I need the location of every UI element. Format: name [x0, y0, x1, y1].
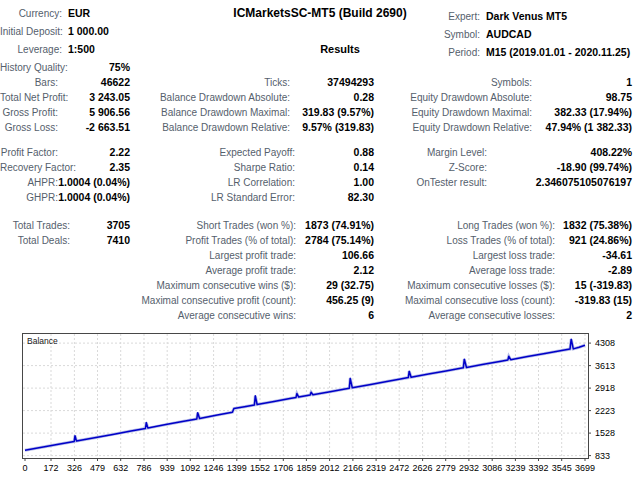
test-info-row: Expert:Dark Venus MT5	[370, 7, 630, 25]
account-info-row: Currency:EUR	[0, 4, 109, 22]
leverage-label: Leverage:	[0, 41, 62, 59]
balance-chart-svg: 8331528222329183613430801723264796327869…	[0, 330, 640, 480]
stat-value: 37494293	[290, 75, 374, 90]
stats-band-ratios: Profit Factor:2.22Expected Payoff:0.88Ma…	[0, 145, 632, 205]
stat-value: 46622	[58, 75, 130, 90]
stat-label	[0, 263, 70, 278]
stats-band-general: History Quality:75%Bars:46622Ticks:37494…	[0, 60, 632, 135]
y-tick-label: 1528	[595, 428, 615, 438]
stat-label: Total Deals:	[0, 233, 70, 248]
stat-label: Z-Score:	[374, 160, 487, 175]
stat-value: 47.94% (1 382.33)	[532, 120, 632, 135]
stat-label: Maximum consecutive wins ($):	[130, 278, 296, 293]
stat-label: Bars:	[0, 75, 58, 90]
y-tick-label: 833	[595, 451, 610, 461]
x-tick-label: 2166	[343, 463, 363, 473]
stat-value	[70, 263, 130, 278]
stat-label	[0, 293, 70, 308]
x-tick-label: 1552	[250, 463, 270, 473]
leverage-value: 1:500	[68, 40, 95, 58]
y-tick-label: 4308	[595, 338, 615, 348]
account-info-row: Leverage:1:500	[0, 40, 109, 58]
stat-label	[374, 60, 532, 75]
expert-label: Expert:	[370, 8, 480, 26]
stat-value: 3 243.05	[58, 90, 130, 105]
stat-value: 106.66	[296, 248, 374, 263]
stat-value	[290, 60, 374, 75]
stat-value: 456.25 (9)	[296, 293, 374, 308]
stat-value: 2	[555, 308, 632, 323]
stat-value: 9.57% (319.83)	[290, 120, 374, 135]
x-tick-label: 1399	[227, 463, 247, 473]
x-tick-label: 3545	[552, 463, 572, 473]
stat-label: Margin Level:	[374, 145, 487, 160]
stat-label: Total Trades:	[0, 218, 70, 233]
initial-deposit-value: 1 000.00	[68, 22, 109, 40]
y-tick-label: 2223	[595, 406, 615, 416]
stat-value: 1873 (74.91%)	[296, 218, 374, 233]
stat-label: Largest loss trade:	[374, 248, 555, 263]
stat-label: History Quality:	[0, 60, 58, 75]
x-tick-label: 2626	[413, 463, 433, 473]
initial-deposit-label: Initial Deposit:	[0, 23, 62, 41]
stat-value: 921 (24.86%)	[555, 233, 632, 248]
stat-label: Loss Trades (% of total):	[374, 233, 555, 248]
stat-label: AHPR:	[0, 175, 58, 190]
balance-chart: 8331528222329183613430801723264796327869…	[0, 330, 640, 480]
stat-label: Recovery Factor:	[0, 160, 58, 175]
x-tick-label: 1246	[204, 463, 224, 473]
stat-value: -18.90 (99.74%)	[487, 160, 632, 175]
x-tick-label: 939	[160, 463, 175, 473]
x-tick-label: 786	[136, 463, 151, 473]
stat-value: -34.61	[555, 248, 632, 263]
stat-label: Largest profit trade:	[130, 248, 296, 263]
stat-value: 1832 (75.38%)	[555, 218, 632, 233]
stat-value: 2784 (75.14%)	[296, 233, 374, 248]
stat-label: Total Net Profit:	[0, 90, 58, 105]
stat-label: Balance Drawdown Absolute:	[130, 90, 290, 105]
stat-value: 1.00	[295, 175, 374, 190]
stat-label: Equity Drawdown Absolute:	[374, 90, 532, 105]
period-value: M15 (2019.01.01 - 2020.11.25)	[486, 43, 630, 61]
stat-label: Short Trades (won %):	[130, 218, 296, 233]
x-tick-label: 2319	[366, 463, 386, 473]
stat-label: OnTester result:	[374, 175, 487, 190]
test-info-row: Symbol:AUDCAD	[370, 25, 630, 43]
stat-value: 0.14	[295, 160, 374, 175]
stat-label: Maximum consecutive losses ($):	[374, 278, 555, 293]
x-tick-label: 479	[90, 463, 105, 473]
stat-value: 5 906.56	[58, 105, 130, 120]
x-tick-label: 3392	[528, 463, 548, 473]
stat-value	[532, 60, 632, 75]
stat-label	[0, 248, 70, 263]
x-tick-label: 1092	[180, 463, 200, 473]
stat-label: Maximal consecutive profit (count):	[130, 293, 296, 308]
stat-value: 75%	[58, 60, 130, 75]
x-tick-label: 2012	[320, 463, 340, 473]
stat-label	[374, 190, 487, 205]
stat-value	[70, 278, 130, 293]
stat-label: Gross Profit:	[0, 105, 58, 120]
stat-label: Average consecutive wins:	[130, 308, 296, 323]
y-tick-label: 2918	[595, 383, 615, 393]
currency-label: Currency:	[0, 5, 62, 23]
stat-value	[70, 308, 130, 323]
x-tick-label: 3086	[482, 463, 502, 473]
stat-value	[70, 293, 130, 308]
stat-value: 1.0004 (0.04%)	[58, 175, 130, 190]
stat-label: Balance Drawdown Relative:	[130, 120, 290, 135]
stat-value: -2 663.51	[58, 120, 130, 135]
stat-label: Equity Drawdown Relative:	[374, 120, 532, 135]
results-heading: Results	[240, 43, 440, 55]
stat-label: Ticks:	[130, 75, 290, 90]
stat-value: 1.0004 (0.04%)	[58, 190, 130, 205]
stat-label: LR Standard Error:	[130, 190, 295, 205]
stat-label: Profit Factor:	[0, 145, 58, 160]
x-tick-label: 1706	[273, 463, 293, 473]
stat-value: 98.75	[532, 90, 632, 105]
stat-value	[70, 248, 130, 263]
symbol-value: AUDCAD	[486, 25, 532, 43]
stat-value: 2.12	[296, 263, 374, 278]
stat-value: 15 (-319.83)	[555, 278, 632, 293]
chart-title: Balance	[27, 336, 58, 346]
